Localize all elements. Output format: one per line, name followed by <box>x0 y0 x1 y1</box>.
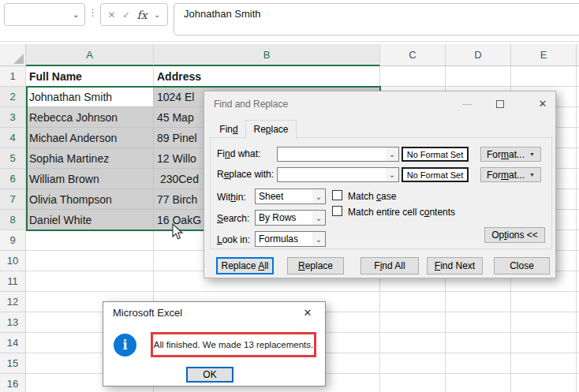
cell-A3[interactable]: Rebecca Johnson <box>26 107 154 128</box>
replace-button[interactable]: Replace <box>287 257 344 274</box>
row-header-14[interactable]: 14 <box>0 333 26 353</box>
cell-E15[interactable] <box>511 353 577 374</box>
cell-D12[interactable] <box>446 292 511 312</box>
replace-format-button[interactable]: Format... ▼ <box>480 167 541 182</box>
cell-A4[interactable]: Michael Anderson <box>26 128 154 148</box>
cell-D15[interactable] <box>446 353 511 374</box>
more-options-icon[interactable]: ⋮ <box>88 6 98 18</box>
cell-A6[interactable]: William Brown <box>26 169 154 189</box>
cell-D1[interactable] <box>446 66 511 87</box>
tab-replace[interactable]: Replace <box>245 120 297 138</box>
row-header-10[interactable]: 10 <box>0 251 26 271</box>
row-header-5[interactable]: 5 <box>0 148 26 169</box>
cell-C1[interactable] <box>380 66 446 87</box>
cell-A1[interactable]: Full Name <box>26 66 154 87</box>
chevron-down-icon[interactable]: ⌄ <box>154 10 160 19</box>
match-entire-cell-label: Match entire cell contents <box>348 207 455 218</box>
row-header-7[interactable]: 7 <box>0 189 26 210</box>
close-button[interactable]: Close <box>494 257 550 274</box>
maximize-icon[interactable] <box>488 95 512 112</box>
row-header-6[interactable]: 6 <box>0 169 26 189</box>
row-header-3[interactable]: 3 <box>0 107 26 128</box>
cell-C16[interactable] <box>380 374 446 392</box>
close-icon[interactable]: ✕ <box>297 305 318 320</box>
formula-bar-input[interactable]: Johnathan Smith <box>174 3 579 35</box>
chevron-down-icon[interactable]: ⌄ <box>312 232 325 246</box>
cell-A11[interactable] <box>26 271 154 292</box>
cell-C15[interactable] <box>380 353 446 374</box>
column-header-B[interactable]: B <box>154 44 380 66</box>
column-header-C[interactable]: C <box>380 44 446 66</box>
row-header-1[interactable]: 1 <box>0 66 26 87</box>
formula-bar-strip: ⌄ ⋮ ✕ ✓ fx ⌄ Johnathan Smith <box>0 0 579 42</box>
cell-C12[interactable] <box>380 292 446 312</box>
row-header-9[interactable]: 9 <box>0 230 26 251</box>
cell-C13[interactable] <box>380 312 446 333</box>
row-header-8[interactable]: 8 <box>0 210 26 230</box>
cell-C14[interactable] <box>380 333 446 353</box>
cell-E1[interactable] <box>511 66 577 87</box>
cell-A9[interactable] <box>26 230 154 251</box>
column-header-A[interactable]: A <box>26 44 154 66</box>
close-icon[interactable]: ✕ <box>531 95 555 112</box>
dropdown-arrow-icon: ▼ <box>529 172 535 177</box>
name-box[interactable]: ⌄ <box>4 3 85 26</box>
find-format-button[interactable]: Format... ▼ <box>480 147 541 162</box>
select-all-corner[interactable] <box>0 44 26 66</box>
row-header-13[interactable]: 13 <box>0 312 26 333</box>
message-text: All finished. We made 13 replacements. <box>154 340 313 349</box>
enter-icon[interactable]: ✓ <box>122 9 130 21</box>
find-next-button[interactable]: Find Next <box>427 257 483 274</box>
match-case-label: Match case <box>348 191 396 202</box>
row-header-16[interactable]: 16 <box>0 374 26 392</box>
search-value: By Rows <box>256 212 312 223</box>
cell-E16[interactable] <box>511 374 577 392</box>
cell-D16[interactable] <box>446 374 511 392</box>
row-header-4[interactable]: 4 <box>0 128 26 148</box>
cell-D14[interactable] <box>446 333 511 353</box>
match-entire-cell-checkbox[interactable] <box>332 206 342 216</box>
cell-A7[interactable]: Olivia Thompson <box>26 189 154 210</box>
cell-A8[interactable]: Daniel White <box>26 210 154 230</box>
look-in-value: Formulas <box>256 233 312 245</box>
minimize-icon[interactable]: — <box>455 95 479 112</box>
find-what-input[interactable]: ⌄ <box>277 147 399 162</box>
find-all-button[interactable]: Find All <box>360 257 419 274</box>
row-header-12[interactable]: 12 <box>0 292 26 312</box>
row-header-15[interactable]: 15 <box>0 353 26 374</box>
cell-D13[interactable] <box>446 312 511 333</box>
within-dropdown[interactable]: Sheet ⌄ <box>255 189 326 204</box>
cell-A5[interactable]: Sophia Martinez <box>26 148 154 169</box>
match-case-checkbox[interactable] <box>332 190 342 200</box>
dropdown-arrow-icon: ▼ <box>529 151 535 157</box>
cell-B1[interactable]: Address <box>154 66 380 87</box>
insert-function-icon[interactable]: fx <box>137 9 148 21</box>
tab-find[interactable]: Find <box>212 121 245 137</box>
find-format-preview: No Format Set <box>402 147 469 162</box>
chevron-down-icon[interactable]: ⌄ <box>312 211 325 225</box>
column-header-E[interactable]: E <box>511 44 577 66</box>
cancel-icon[interactable]: ✕ <box>107 9 115 21</box>
cell-E12[interactable] <box>511 292 577 312</box>
options-button[interactable]: Options << <box>484 227 545 243</box>
cell-E13[interactable] <box>511 312 577 333</box>
red-highlight-annotation: All finished. We made 13 replacements. <box>151 332 316 357</box>
cell-A2[interactable]: Johnathan Smith <box>26 87 154 107</box>
cell-E14[interactable] <box>511 333 577 353</box>
cell-A10[interactable] <box>26 251 154 271</box>
look-in-dropdown[interactable]: Formulas ⌄ <box>255 231 326 247</box>
replace-all-button[interactable]: Replace All <box>216 257 274 274</box>
find-replace-dialog: Find and Replace — ✕ Find Replace Find w… <box>204 91 556 278</box>
chevron-down-icon[interactable]: ⌄ <box>67 9 84 20</box>
info-icon: i <box>114 334 136 357</box>
column-header-D[interactable]: D <box>446 44 511 66</box>
row-header-2[interactable]: 2 <box>0 87 26 107</box>
search-dropdown[interactable]: By Rows ⌄ <box>255 210 326 226</box>
within-label: Within: <box>217 192 246 203</box>
chevron-down-icon[interactable]: ⌄ <box>312 189 325 203</box>
chevron-down-icon[interactable]: ⌄ <box>386 168 398 181</box>
row-header-11[interactable]: 11 <box>0 271 26 292</box>
chevron-down-icon[interactable]: ⌄ <box>386 147 398 161</box>
replace-with-input[interactable]: ⌄ <box>277 167 399 182</box>
ok-button[interactable]: OK <box>186 367 233 383</box>
